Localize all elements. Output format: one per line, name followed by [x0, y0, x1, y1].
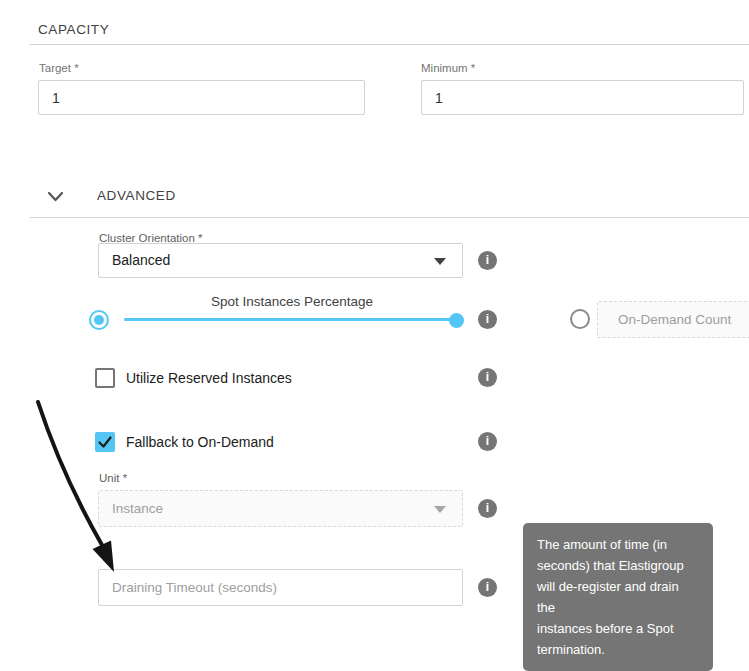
capacity-form: CAPACITY Target * Minimum * ADVANCED Clu… [0, 0, 749, 671]
advanced-section-title[interactable]: ADVANCED [97, 188, 176, 204]
draining-timeout-info-icon[interactable]: i [478, 578, 497, 597]
caret-down-icon [434, 258, 446, 265]
fallback-on-demand-checkbox[interactable] [95, 432, 115, 452]
checkmark-icon [95, 432, 115, 452]
spot-percentage-info-icon[interactable]: i [478, 310, 497, 329]
on-demand-count-input [597, 301, 749, 338]
fallback-on-demand-info-icon[interactable]: i [478, 432, 497, 451]
cluster-orientation-select[interactable]: Balanced [98, 243, 463, 278]
spot-percentage-slider-thumb[interactable] [449, 313, 464, 328]
utilize-reserved-label: Utilize Reserved Instances [126, 368, 292, 388]
spot-percentage-radio[interactable] [89, 310, 109, 330]
tooltip-line: The amount of time (in [537, 534, 699, 555]
cluster-orientation-value: Balanced [99, 244, 462, 277]
tooltip-line: seconds) that Elastigroup [537, 555, 699, 576]
target-label: Target * [39, 61, 79, 75]
tooltip-line: termination. [537, 639, 699, 660]
utilize-reserved-checkbox[interactable] [95, 368, 115, 388]
on-demand-count-radio[interactable] [570, 309, 590, 329]
unit-info-icon[interactable]: i [478, 499, 497, 518]
tooltip-line: instances before a Spot [537, 618, 699, 639]
advanced-collapse-chevron-icon[interactable] [47, 189, 64, 201]
fallback-on-demand-label: Fallback to On-Demand [126, 432, 274, 452]
spot-percentage-label: Spot Instances Percentage [126, 294, 458, 309]
minimum-input[interactable] [421, 80, 744, 115]
target-input[interactable] [38, 80, 365, 115]
draining-timeout-tooltip: The amount of time (in seconds) that Ela… [523, 523, 713, 671]
unit-value: Instance [99, 491, 462, 526]
utilize-reserved-info-icon[interactable]: i [478, 368, 497, 387]
caret-down-icon [434, 506, 446, 513]
tooltip-line: will de-register and drain the [537, 576, 699, 618]
capacity-section-title: CAPACITY [38, 22, 109, 38]
capacity-divider [30, 44, 749, 45]
cluster-orientation-info-icon[interactable]: i [478, 251, 497, 270]
unit-select: Instance [98, 490, 463, 527]
minimum-label: Minimum * [421, 61, 475, 75]
spot-percentage-slider-track[interactable] [124, 318, 456, 321]
advanced-divider [30, 217, 749, 218]
unit-label: Unit * [99, 471, 127, 485]
draining-timeout-input[interactable] [98, 569, 463, 606]
